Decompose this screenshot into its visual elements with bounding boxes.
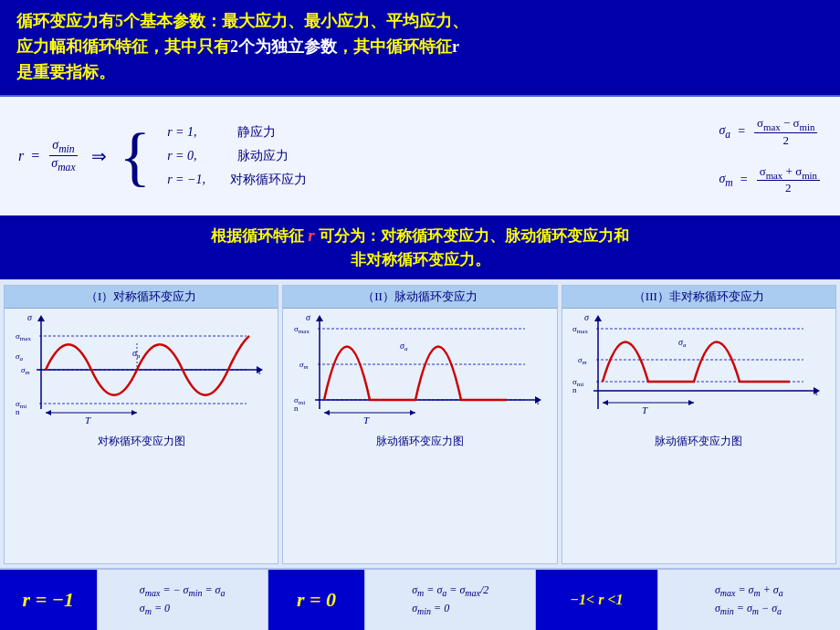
formula-cases: r = 1, 静应力 r = 0, 脉动应力 r = −1, 对称循环应力 xyxy=(167,124,307,188)
formula-3b: σmin = σm − σa xyxy=(715,602,783,616)
formula-stack-2: σm = σa = σmax/2 σmin = 0 xyxy=(412,583,488,617)
bottom-cell-formula-1: σmax = − σmin = σa σm = 0 xyxy=(98,570,268,630)
svg-marker-36 xyxy=(410,410,415,415)
big-brace: { xyxy=(120,123,152,189)
svg-text:σ: σ xyxy=(584,312,590,322)
r-zero-label: r = 0 xyxy=(297,588,336,612)
svg-text:σ: σ xyxy=(27,312,33,322)
r-neg1-label: r = −1 xyxy=(23,588,74,612)
bottom-cell-formula-2: σm = σa = σmax/2 σmin = 0 xyxy=(365,570,536,630)
svg-text:n: n xyxy=(16,407,20,416)
case-row-1: r = 1, 静应力 xyxy=(167,124,307,141)
svg-text:T: T xyxy=(363,415,370,425)
svg-text:t: t xyxy=(537,396,540,406)
formula-stack-1: σmax = − σmin = σa σm = 0 xyxy=(140,583,226,617)
svg-marker-16 xyxy=(131,410,137,415)
svg-text:σmax: σmax xyxy=(294,324,310,335)
top-text: 循环变应力有5个基本参数：最大应力、最小应力、平均应力、 应力幅和循环特征，其中… xyxy=(16,9,824,86)
diagram-caption-3: 脉动循环变应力图 xyxy=(655,432,742,453)
formula-stack-3: σmax = σm + σa σmin = σm − σa xyxy=(715,583,783,617)
svg-text:T: T xyxy=(85,415,91,425)
bold-highlight: 2个为独立参数 xyxy=(230,37,337,56)
svg-text:σ: σ xyxy=(306,312,311,322)
case-row-2: r = 0, 脉动应力 xyxy=(167,148,307,164)
svg-text:T: T xyxy=(642,404,648,415)
svg-marker-2 xyxy=(37,315,45,321)
svg-text:σm: σm xyxy=(578,355,587,366)
svg-text:σm: σm xyxy=(299,360,309,371)
svg-text:n: n xyxy=(294,404,299,413)
diagram-svg-2: σ t σmax σm σmi n σa xyxy=(283,309,556,563)
bottom-cell-formula-3: σmax = σm + σa σmin = σm − σa xyxy=(658,570,840,630)
diagram-svg-1: σ t σmax σa σm σmi n xyxy=(5,309,278,563)
diagram-svg-3: σ t σmax σm σmi n σa xyxy=(562,309,835,563)
diagram-asymmetric: （III）非对称循环变应力 σ t σmax σm σmi n xyxy=(562,285,836,564)
svg-marker-53 xyxy=(603,400,608,405)
diagram-title-1: （I）对称循环变应力 xyxy=(5,286,278,309)
svg-text:t: t xyxy=(258,366,261,376)
r-highlight: r xyxy=(308,226,314,245)
r-label: r xyxy=(452,37,459,56)
svg-text:σa: σa xyxy=(678,337,687,349)
diagrams-row: （I）对称循环变应力 σ t σmax xyxy=(0,279,840,568)
svg-text:σmax: σmax xyxy=(16,331,31,342)
svg-text:t: t xyxy=(815,387,818,397)
svg-text:n: n xyxy=(572,385,577,394)
bottom-row: r = −1 σmax = − σmin = σa σm = 0 r = 0 σ… xyxy=(0,568,840,630)
mid-text: 根据循环特征 r 可分为：对称循环变应力、脉动循环变应力和 非对称循环变应力。 xyxy=(16,223,824,272)
svg-text:σa: σa xyxy=(16,352,23,362)
formula-2a: σm = σa = σmax/2 xyxy=(412,583,488,598)
formula-1a: σmax = − σmin = σa xyxy=(140,583,226,598)
top-section: 循环变应力有5个基本参数：最大应力、最小应力、平均应力、 应力幅和循环特征，其中… xyxy=(0,0,840,97)
bottom-cell-r-zero: r = 0 xyxy=(268,570,366,630)
svg-marker-35 xyxy=(324,410,330,415)
formula-left: r = σmin σmax ⇒ xyxy=(18,138,110,173)
svg-text:σm: σm xyxy=(21,365,30,376)
mid-section: 根据循环特征 r 可分为：对称循环变应力、脉动循环变应力和 非对称循环变应力。 xyxy=(0,215,840,279)
formula-2b: σmin = 0 xyxy=(412,602,488,616)
diagram-caption-1: 对称循环变应力图 xyxy=(98,432,185,453)
svg-marker-40 xyxy=(594,315,602,321)
svg-text:σmax: σmax xyxy=(572,324,588,335)
diagram-pulsating: （II）脉动循环变应力 σ t σmax σm σmi n xyxy=(282,285,557,564)
svg-text:σa: σa xyxy=(400,341,408,352)
diagram-symmetric: （I）对称循环变应力 σ t σmax xyxy=(4,285,278,564)
sigma-m-eq: σm = σmax + σmin 2 xyxy=(719,164,822,196)
bottom-cell-r-neg1: r = −1 xyxy=(0,570,98,630)
diagram-caption-2: 脉动循环变应力图 xyxy=(376,432,464,453)
bottom-cell-r-range: −1< r <1 xyxy=(536,570,657,630)
diagram-title-3: （III）非对称循环变应力 xyxy=(562,286,835,309)
case-row-3: r = −1, 对称循环应力 xyxy=(167,172,307,188)
formula-right: σa = σmax − σmin 2 σm = σmax + σmin 2 xyxy=(719,116,822,195)
formula-1b: σm = 0 xyxy=(140,602,226,616)
svg-marker-22 xyxy=(316,315,323,321)
svg-marker-54 xyxy=(688,400,694,405)
formula-3a: σmax = σm + σa xyxy=(715,583,783,598)
svg-text:σa: σa xyxy=(132,348,141,360)
page-container: 循环变应力有5个基本参数：最大应力、最小应力、平均应力、 应力幅和循环特征，其中… xyxy=(0,0,840,630)
sigma-a-eq: σa = σmax − σmin 2 xyxy=(719,116,822,148)
svg-marker-15 xyxy=(46,410,51,415)
formula-section: r = σmin σmax ⇒ { r = 1, 静应力 r = 0, 脉动应力… xyxy=(0,97,840,215)
r-range-label: −1< r <1 xyxy=(570,592,623,608)
diagram-title-2: （II）脉动循环变应力 xyxy=(283,286,556,309)
